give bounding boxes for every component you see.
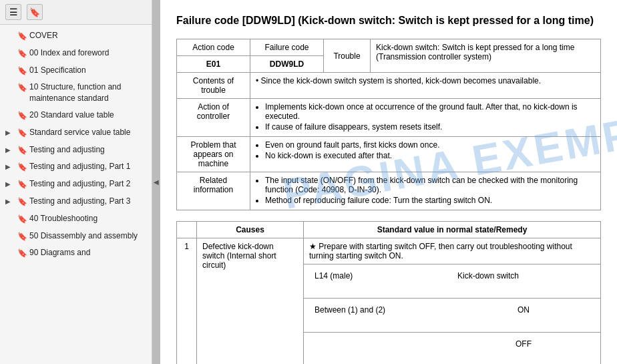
expand-arrow bbox=[5, 248, 15, 258]
bookmark-icon: 🔖 bbox=[29, 7, 40, 17]
sidebar-item-label: 01 Specification bbox=[29, 65, 146, 76]
sidebar-item-cover[interactable]: 🔖 COVER bbox=[0, 27, 152, 45]
sidebar-item-10-structure[interactable]: 🔖 10 Structure, function and maintenance… bbox=[0, 79, 152, 107]
action-code-value: E01 bbox=[177, 56, 250, 73]
page-icon: 🔖 bbox=[17, 31, 27, 42]
expand-arrow bbox=[5, 49, 15, 58]
causes-col-causes: Causes bbox=[197, 222, 304, 238]
sidebar-item-50-disassembly[interactable]: 🔖 50 Disassembly and assembly bbox=[0, 228, 152, 245]
causes-col-num bbox=[177, 222, 197, 238]
inner-on-table: Between (1) and (2) ON bbox=[309, 302, 595, 318]
sidebar-item-label: Testing and adjusting, Part 3 bbox=[29, 196, 146, 207]
related-info-label: Related information bbox=[177, 172, 250, 210]
action-item-2: If cause of failure disappears, system r… bbox=[265, 122, 595, 132]
expand-arrow: ▶ bbox=[5, 197, 15, 206]
measurement-on-row: Between (1) and (2) ON bbox=[304, 299, 601, 333]
sidebar-item-testing-adj-3[interactable]: ▶ 🔖 Testing and adjusting, Part 3 bbox=[0, 193, 152, 210]
row-num: 1 bbox=[177, 238, 197, 364]
sidebar: ☰ 🔖 🔖 COVER 🔖 00 Index and foreword 🔖 01… bbox=[0, 0, 152, 364]
failure-code-table: Action code Failure code Trouble Kick-do… bbox=[176, 39, 601, 210]
prepare-instruction: ★ Prepare with starting switch OFF, then… bbox=[304, 238, 601, 264]
page-icon: 🔖 bbox=[17, 48, 27, 59]
measurement-header: L14 (male) Kick-down switch bbox=[304, 264, 601, 299]
page-icon: 🔖 bbox=[17, 145, 27, 156]
page-icon: 🔖 bbox=[17, 110, 27, 122]
problem-machine-label: Problem that appears on machine bbox=[177, 137, 250, 172]
expand-arrow bbox=[5, 66, 15, 75]
sidebar-item-01-spec[interactable]: 🔖 01 Specification bbox=[0, 62, 152, 79]
inner-off-table: OFF bbox=[309, 336, 595, 352]
between-label-2 bbox=[309, 336, 452, 352]
page-icon: 🔖 bbox=[17, 248, 27, 259]
page-icon: 🔖 bbox=[17, 196, 27, 208]
expand-arrow bbox=[5, 111, 15, 120]
on-value: ON bbox=[452, 302, 595, 318]
sidebar-item-label: Testing and adjusting, Part 1 bbox=[29, 161, 146, 172]
expand-arrow: ▶ bbox=[5, 128, 15, 138]
switch-label: Kick-down switch bbox=[452, 268, 595, 284]
expand-arrow: ▶ bbox=[5, 180, 15, 189]
point-label: L14 (male) bbox=[309, 268, 452, 284]
expand-arrow bbox=[5, 83, 15, 92]
bookmark-button[interactable]: 🔖 bbox=[27, 4, 43, 20]
inner-measure-table: L14 (male) Kick-down switch bbox=[309, 268, 595, 284]
menu-icon: ☰ bbox=[9, 7, 18, 17]
sidebar-toolbar: ☰ 🔖 bbox=[0, 0, 152, 25]
sidebar-item-testing-adj[interactable]: ▶ 🔖 Testing and adjusting bbox=[0, 142, 152, 159]
sidebar-item-label: 90 Diagrams and bbox=[29, 247, 146, 258]
sidebar-navigation: 🔖 COVER 🔖 00 Index and foreword 🔖 01 Spe… bbox=[0, 25, 152, 364]
page-icon: 🔖 bbox=[17, 82, 27, 94]
sidebar-item-label: 20 Standard value table bbox=[29, 110, 146, 121]
action-controller-label: Action of controller bbox=[177, 99, 250, 137]
measurement-off-row: OFF bbox=[304, 333, 601, 364]
failure-description-text: Kick-down switch: Switch is kept pressed… bbox=[376, 43, 574, 61]
problem-machine-value: Even on ground fault parts, first kicks … bbox=[250, 137, 601, 172]
page-icon: 🔖 bbox=[17, 162, 27, 173]
expand-arrow: ▶ bbox=[5, 162, 15, 172]
page-icon: 🔖 bbox=[17, 65, 27, 77]
related-info-value: The input state (ON/OFF) from the kick-d… bbox=[250, 172, 601, 210]
page-icon: 🔖 bbox=[17, 231, 27, 242]
sidebar-item-label: 40 Troubleshooting bbox=[29, 213, 146, 224]
sidebar-item-label: 50 Disassembly and assembly bbox=[29, 230, 146, 242]
sidebar-item-standard-service[interactable]: ▶ 🔖 Standard service value table bbox=[0, 124, 152, 142]
sidebar-item-label: COVER bbox=[29, 30, 146, 41]
page-icon: 🔖 bbox=[17, 128, 27, 139]
sidebar-collapse-handle[interactable]: ◀ bbox=[152, 0, 160, 364]
sidebar-item-40-trouble[interactable]: 🔖 40 Troubleshooting bbox=[0, 210, 152, 228]
contents-trouble-label: Contents of trouble bbox=[177, 73, 250, 99]
sidebar-item-00-index[interactable]: 🔖 00 Index and foreword bbox=[0, 45, 152, 62]
sidebar-item-testing-adj-1[interactable]: ▶ 🔖 Testing and adjusting, Part 1 bbox=[0, 158, 152, 176]
page-icon: 🔖 bbox=[17, 179, 27, 190]
sidebar-item-20-standard[interactable]: 🔖 20 Standard value table bbox=[0, 107, 152, 124]
sidebar-item-label: 00 Index and foreword bbox=[29, 47, 146, 59]
page-title: Failure code [DDW9LD] (Kick-down switch:… bbox=[176, 13, 601, 28]
cause-label: Defective kick-down switch (Internal sho… bbox=[197, 238, 304, 364]
contents-trouble-value: • Since the kick-down switch system is s… bbox=[250, 73, 601, 99]
causes-col-standard: Standard value in normal state/Remedy bbox=[304, 222, 601, 238]
sidebar-item-label: Testing and adjusting bbox=[29, 144, 146, 156]
related-item-2: Method of reproducing failure code: Turn… bbox=[265, 196, 595, 205]
action-item-1: Implements kick-down once at occurrence … bbox=[265, 102, 595, 121]
sidebar-item-90-diagrams[interactable]: 🔖 90 Diagrams and bbox=[0, 244, 152, 262]
header-action-code: Action code bbox=[177, 39, 250, 56]
sidebar-item-label: Standard service value table bbox=[29, 127, 146, 138]
main-content: PAGINA EXEMPLU Failure code [DDW9LD] (Ki… bbox=[160, 0, 617, 364]
page-icon: 🔖 bbox=[17, 214, 27, 225]
problem-item-1: Even on ground fault parts, first kicks … bbox=[265, 140, 595, 150]
causes-table: Causes Standard value in normal state/Re… bbox=[176, 221, 601, 364]
trouble-label: Trouble bbox=[324, 39, 371, 73]
expand-arrow bbox=[5, 31, 15, 41]
header-failure-code: Failure code bbox=[250, 39, 324, 56]
expand-arrow bbox=[5, 232, 15, 241]
sidebar-item-label: 10 Structure, function and maintenance s… bbox=[29, 81, 146, 104]
sidebar-item-testing-adj-2[interactable]: ▶ 🔖 Testing and adjusting, Part 2 bbox=[0, 176, 152, 193]
expand-arrow: ▶ bbox=[5, 146, 15, 155]
sidebar-item-label: Testing and adjusting, Part 2 bbox=[29, 178, 146, 190]
related-item-1: The input state (ON/OFF) from the kick-d… bbox=[265, 176, 595, 194]
between-label: Between (1) and (2) bbox=[309, 302, 452, 318]
menu-button[interactable]: ☰ bbox=[5, 4, 21, 20]
expand-arrow bbox=[5, 214, 15, 224]
failure-code-value: DDW9LD bbox=[250, 56, 324, 73]
failure-description: Kick-down switch: Switch is kept pressed… bbox=[371, 39, 601, 73]
